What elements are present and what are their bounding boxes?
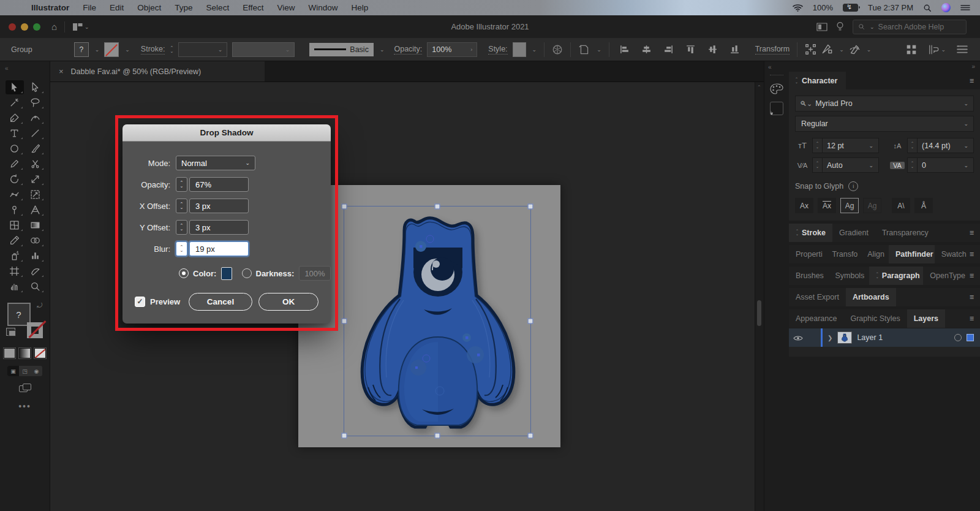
screen-mode-button[interactable]	[19, 384, 31, 393]
opacity-field[interactable]: 67%	[189, 177, 249, 192]
swap-fill-stroke-icon[interactable]: ⤾	[37, 301, 42, 309]
ok-button[interactable]: OK	[258, 293, 318, 311]
panel-menu-icon[interactable]: ≡	[970, 271, 980, 280]
spotlight-icon[interactable]	[923, 4, 932, 12]
gradient-panel-icon[interactable]	[767, 100, 786, 117]
font-style-dropdown[interactable]: Regular ⌄	[795, 116, 974, 132]
puppet-warp-tool[interactable]	[6, 203, 24, 217]
magic-wand-tool[interactable]	[6, 96, 24, 110]
symbol-sprayer-tool[interactable]	[6, 249, 24, 263]
panel-menu-icon[interactable]: ≡	[970, 229, 980, 237]
isolate-selection-icon[interactable]	[849, 44, 861, 55]
document-tab[interactable]: × Dabble Fav.ai* @ 50% (RGB/Preview)	[50, 61, 265, 81]
scale-tool[interactable]	[26, 172, 45, 186]
leading-field[interactable]: ⌃⌄ (14.4 pt) ⌄	[907, 138, 974, 153]
curvature-tool[interactable]	[26, 111, 45, 125]
tab-paragraph[interactable]: ⌃⌄Paragraph	[869, 267, 924, 285]
chevron-down-icon[interactable]: ⌄	[380, 47, 385, 53]
menu-icon[interactable]	[957, 45, 968, 54]
font-size-field[interactable]: ⌃⌄ 12 pt ⌄	[812, 138, 879, 153]
chevron-down-icon[interactable]: ⌄	[959, 100, 973, 107]
selection-handle[interactable]	[342, 433, 347, 439]
tab-swatch[interactable]: Swatch	[935, 245, 970, 263]
scrollbar-thumb[interactable]	[757, 300, 761, 326]
tab-opentype[interactable]: OpenType	[923, 267, 969, 285]
collapse-panel-icon[interactable]: ⌃⌄	[876, 273, 879, 279]
blur-field[interactable]: 19 px	[189, 241, 249, 256]
shape-builder-icon[interactable]	[821, 44, 833, 55]
menu-edit[interactable]: Edit	[103, 3, 130, 12]
arrange-grid-icon[interactable]	[906, 44, 917, 55]
tools-collapse-button[interactable]: «	[0, 61, 50, 80]
draw-inside-mode[interactable]: ◉	[31, 366, 42, 376]
layer-row[interactable]: ❯ Layer 1	[789, 328, 980, 347]
x-offset-field[interactable]: 3 px	[189, 199, 249, 213]
halign-right-button[interactable]	[661, 42, 677, 58]
y-offset-stepper[interactable]: ⌃⌄	[176, 220, 187, 235]
menu-help[interactable]: Help	[344, 3, 375, 12]
panel-menu-icon[interactable]: ≡	[970, 314, 980, 323]
tab-transparency[interactable]: Transparency	[875, 224, 935, 242]
selection-handle[interactable]	[342, 319, 347, 324]
panel-layout-icon[interactable]	[816, 23, 827, 31]
tab-symbols[interactable]: Symbols	[828, 267, 869, 285]
menu-clock[interactable]: Tue 2:37 PM	[868, 3, 913, 12]
hand-tool[interactable]	[6, 279, 24, 293]
gradient-tool[interactable]	[26, 218, 45, 232]
darkness-radio[interactable]	[242, 268, 252, 278]
tab-appearance[interactable]: Appearance	[789, 309, 843, 328]
chevron-down-icon[interactable]: ⌄	[839, 47, 844, 53]
selection-tool[interactable]	[6, 80, 24, 94]
stroke-weight-label[interactable]: Stroke:	[141, 45, 165, 55]
tab-stroke[interactable]: ⌃⌄Stroke	[789, 224, 832, 242]
draw-normal-mode[interactable]: ▣	[7, 366, 19, 376]
scissors-tool[interactable]	[26, 157, 45, 171]
selection-handle[interactable]	[528, 204, 533, 210]
workspace-switcher[interactable]: ⌄	[928, 44, 946, 55]
tab-graphic-styles[interactable]: Graphic Styles	[843, 309, 907, 328]
column-graph-tool[interactable]	[26, 249, 45, 263]
snap-glyph-button-6[interactable]: Å	[914, 198, 933, 213]
selection-handle[interactable]	[435, 433, 440, 439]
y-offset-field[interactable]: 3 px	[189, 220, 249, 235]
width-tool[interactable]	[6, 187, 24, 202]
paintbrush-tool[interactable]	[26, 142, 45, 156]
ellipse-tool[interactable]	[6, 142, 24, 156]
color-radio[interactable]	[179, 268, 189, 278]
panel-menu-icon[interactable]: ≡	[970, 77, 980, 85]
type-tool[interactable]	[6, 126, 24, 140]
transform-label[interactable]: Transform	[755, 45, 790, 55]
eyedropper-tool[interactable]	[6, 233, 24, 248]
zoom-window-button[interactable]	[33, 23, 40, 31]
line-segment-tool[interactable]	[26, 126, 45, 140]
stroke-color-box[interactable]	[27, 322, 43, 338]
perspective-grid-tool[interactable]	[26, 203, 45, 217]
layer-selection-indicator[interactable]	[967, 334, 974, 341]
menu-view[interactable]: View	[270, 3, 301, 12]
tab-transfo[interactable]: Transfo	[825, 245, 861, 263]
layer-name[interactable]: Layer 1	[857, 333, 883, 342]
opacity-stepper[interactable]: ⌃⌄	[176, 177, 187, 192]
chevron-down-icon[interactable]: ⌄	[532, 47, 537, 53]
cancel-button[interactable]: Cancel	[189, 293, 252, 311]
snap-glyph-button-5[interactable]: A\	[892, 198, 910, 213]
free-transform-tool[interactable]	[26, 187, 45, 202]
snap-glyph-button-4[interactable]: Ag	[863, 198, 881, 213]
draw-behind-mode[interactable]: ◳	[19, 366, 31, 376]
selection-handle[interactable]	[528, 319, 533, 324]
tab-align[interactable]: Align	[861, 245, 889, 263]
rotate-tool[interactable]	[6, 172, 24, 186]
tab-asset-export[interactable]: Asset Export	[789, 288, 846, 306]
collapse-panel-icon[interactable]: ⌃⌄	[796, 230, 799, 236]
selection-bounding-box[interactable]	[344, 206, 531, 436]
lasso-tool[interactable]	[26, 96, 45, 110]
opacity-label[interactable]: Opacity:	[394, 45, 422, 55]
dock-grip[interactable]	[770, 75, 783, 75]
snap-glyph-button-3[interactable]: Ag	[840, 198, 859, 213]
menu-window[interactable]: Window	[301, 3, 344, 12]
panel-menu-icon[interactable]: ≡	[970, 293, 980, 301]
selection-handle[interactable]	[342, 204, 347, 210]
valign-bottom-button[interactable]	[727, 42, 743, 58]
chevron-down-icon[interactable]: ⌄	[95, 47, 100, 53]
collapse-panel-icon[interactable]: ⌃⌄	[795, 78, 798, 84]
